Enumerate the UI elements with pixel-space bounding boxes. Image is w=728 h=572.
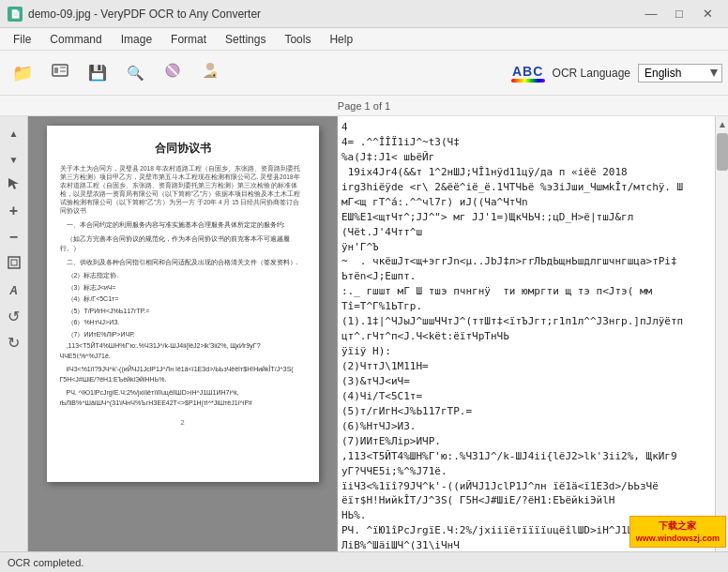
convert-button[interactable]: ★	[193, 56, 227, 90]
rotate-left-button[interactable]	[2, 304, 26, 328]
svg-rect-10	[8, 257, 20, 268]
convert-icon: ★	[200, 60, 220, 85]
menu-item-help[interactable]: Help	[320, 31, 362, 48]
scan-button[interactable]	[43, 56, 77, 90]
menu-item-image[interactable]: Image	[112, 31, 161, 48]
watermark: 下载之家 www.windowszj.com	[629, 516, 726, 549]
arrow-up-icon	[9, 125, 19, 140]
save-button[interactable]	[81, 56, 114, 90]
zoom-out-button[interactable]	[2, 225, 26, 249]
eraser-icon	[163, 61, 182, 84]
select-icon	[7, 176, 22, 194]
abc-text: ABC	[512, 64, 543, 79]
zoom-in-button[interactable]	[2, 199, 26, 223]
scroll-thumb[interactable]	[717, 133, 728, 171]
window-title: demo-09.jpg - VeryPDF OCR to Any Convert…	[28, 8, 261, 21]
search-button[interactable]	[118, 56, 152, 90]
abc-logo: ABC	[511, 64, 545, 83]
ocr-panel: 4 4= .^^ÎÎÏ1iJ^~t3(Ч‡ %a(J‡:J1< шЬëЙг 19…	[338, 116, 728, 551]
rotate-right-icon	[8, 334, 20, 352]
page-indicator: Page 1 of 1	[0, 96, 728, 116]
doc-body: 一、本合同约定的利用服务内容与准实施基本合理服务具体所定定的服务约: （如乙方完…	[60, 220, 306, 408]
side-toolbar	[0, 116, 28, 551]
menu-item-command[interactable]: Command	[40, 31, 111, 48]
zoom-out-icon	[9, 229, 18, 246]
menu-item-format[interactable]: Format	[161, 31, 216, 48]
open-button[interactable]	[6, 56, 39, 90]
page-indicator-text: Page 1 of 1	[338, 100, 390, 112]
ocr-language-label: OCR Language	[553, 67, 630, 80]
svg-rect-11	[11, 260, 17, 265]
minimize-button[interactable]: —	[638, 5, 664, 23]
rotate-left-icon	[8, 308, 20, 325]
text-tool-button[interactable]	[2, 278, 26, 302]
rotate-right-button[interactable]	[2, 330, 26, 354]
arrow-down-icon	[9, 151, 19, 166]
document-page: 合同协议书 关于本土为合同方，灵璧县 2018 年农村道路工程（自固乡、东张路、…	[47, 126, 319, 482]
folder-icon	[12, 63, 33, 83]
scroll-up-arrow[interactable]: ▲	[716, 116, 728, 131]
scroll-down-button[interactable]	[2, 146, 26, 171]
toolbar: ★ ABC OCR Language EnglishChineseFrenchG…	[0, 51, 728, 96]
title-bar-left: 📄 demo-09.jpg - VeryPDF OCR to Any Conve…	[8, 7, 261, 22]
doc-title: 合同协议书	[60, 141, 306, 157]
app-icon: 📄	[8, 7, 23, 22]
svg-marker-9	[8, 178, 19, 189]
scroll-up-button[interactable]	[2, 120, 26, 144]
abc-underline-bar	[511, 79, 545, 83]
watermark-line1: 下载之家	[636, 519, 720, 533]
scan-icon	[50, 60, 70, 85]
svg-rect-1	[54, 68, 58, 73]
fit-button[interactable]	[2, 251, 26, 276]
ocr-language-select[interactable]: EnglishChineseFrenchGermanSpanishJapanes…	[638, 64, 722, 83]
svg-point-6	[206, 63, 214, 70]
menu-item-file[interactable]: File	[4, 31, 40, 48]
window-controls: — □ ✕	[638, 5, 720, 23]
menu-bar: FileCommandImageFormatSettingsToolsHelp	[0, 28, 728, 51]
doc-subtitle: 关于本土为合同方，灵璧县 2018 年农村道路工程（自固乡、东张路、资育路到委托…	[60, 164, 306, 216]
doc-page-number: 2	[60, 417, 306, 428]
status-text: OCR completed.	[8, 557, 83, 568]
document-panel: 合同协议书 关于本土为合同方，灵璧县 2018 年农村道路工程（自固乡、东张路、…	[0, 116, 338, 551]
text-icon	[9, 282, 18, 297]
title-bar: 📄 demo-09.jpg - VeryPDF OCR to Any Conve…	[0, 0, 728, 28]
document-viewport[interactable]: 合同协议书 关于本土为合同方，灵璧县 2018 年农村道路工程（自固乡、东张路、…	[28, 116, 337, 551]
main-content: 合同协议书 关于本土为合同方，灵璧县 2018 年农村道路工程（自固乡、东张路、…	[0, 116, 728, 551]
svg-rect-2	[60, 67, 66, 68]
watermark-line2: www.windowszj.com	[636, 533, 720, 546]
svg-rect-3	[60, 70, 66, 72]
status-bar: OCR completed.	[0, 551, 728, 572]
ocr-scrollbar[interactable]: ▲ ▼	[715, 116, 728, 551]
eraser-button[interactable]	[156, 56, 190, 90]
select-tool-button[interactable]	[2, 173, 26, 197]
ocr-text-content[interactable]: 4 4= .^^ÎÎÏ1iJ^~t3(Ч‡ %a(J‡:J1< шЬëЙг 19…	[338, 116, 728, 551]
menu-item-settings[interactable]: Settings	[216, 31, 275, 48]
ocr-language-area: ABC OCR Language EnglishChineseFrenchGer…	[511, 64, 722, 83]
menu-item-tools[interactable]: Tools	[275, 31, 320, 48]
save-icon	[88, 63, 107, 83]
fit-icon	[7, 255, 22, 273]
close-button[interactable]: ✕	[694, 5, 720, 23]
maximize-button[interactable]: □	[666, 5, 692, 23]
zoom-in-icon	[9, 203, 18, 219]
search-icon	[127, 63, 144, 83]
